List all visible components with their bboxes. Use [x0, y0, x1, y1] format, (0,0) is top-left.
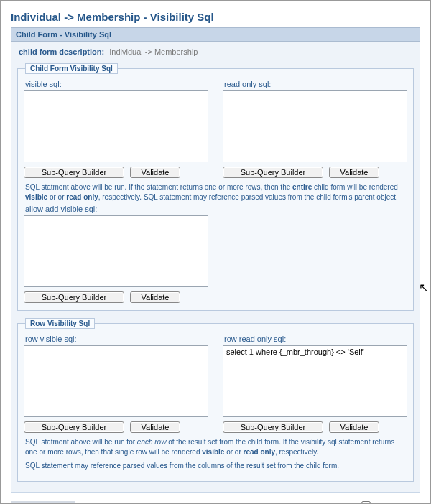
visible-sql-validate-button[interactable]: Validate — [130, 167, 180, 178]
record-info-tag: record information — [11, 501, 75, 505]
readonly-sql-validate-button[interactable]: Validate — [329, 167, 379, 178]
child-form-description-label: child form description: — [19, 47, 104, 56]
allow-add-sql-validate-button[interactable]: Validate — [130, 291, 180, 303]
visible-sql-label: visible sql: — [25, 80, 208, 88]
row-readonly-sql-textarea[interactable] — [223, 345, 407, 417]
row-readonly-sql-label: row read only sql: — [224, 335, 407, 343]
section-bar: Child Form - Visibility Sql — [11, 27, 420, 42]
row-visibility-legend: Row Visibility Sql — [25, 318, 95, 329]
readonly-sql-subquery-button[interactable]: Sub-Query Builder — [223, 167, 323, 178]
allow-add-sql-textarea[interactable] — [24, 215, 208, 287]
row-visible-sql-textarea[interactable] — [24, 345, 208, 417]
child-form-visibility-legend: Child Form Visibility Sql — [25, 63, 118, 74]
metadata-lock[interactable]: Metadata Lock — [361, 501, 420, 505]
row-help-text-extra: SQL statement may reference parsed value… — [25, 461, 406, 471]
main-panel: child form description: Individual -> Me… — [11, 42, 420, 493]
page-title: Individual -> Membership - Visibility Sq… — [11, 11, 420, 23]
save-mode-value: Update — [120, 502, 143, 505]
allow-add-sql-label: allow add visible sql: — [25, 205, 208, 213]
row-visibility-group: Row Visibility Sql row visible sql: Sub-… — [17, 318, 414, 482]
visible-sql-subquery-button[interactable]: Sub-Query Builder — [24, 167, 124, 178]
child-form-description-value: Individual -> Membership — [109, 47, 198, 56]
row-help-text: SQL statment above will be run for each … — [25, 437, 406, 457]
row-readonly-sql-subquery-button[interactable]: Sub-Query Builder — [223, 421, 323, 433]
childform-help-text: SQL statment above will be run. If the s… — [25, 182, 406, 202]
row-visible-sql-label: row visible sql: — [25, 335, 208, 343]
readonly-sql-textarea[interactable] — [223, 90, 407, 162]
metadata-lock-label: Metadata Lock — [373, 502, 420, 505]
save-mode-label: save mode: — [79, 502, 116, 505]
readonly-sql-label: read only sql: — [224, 80, 407, 88]
child-form-visibility-group: Child Form Visibility Sql visible sql: S… — [17, 63, 414, 311]
row-readonly-sql-validate-button[interactable]: Validate — [329, 421, 379, 433]
row-visible-sql-validate-button[interactable]: Validate — [130, 421, 180, 433]
metadata-lock-checkbox[interactable] — [361, 501, 371, 505]
row-visible-sql-subquery-button[interactable]: Sub-Query Builder — [24, 421, 124, 433]
visible-sql-textarea[interactable] — [24, 90, 208, 162]
allow-add-sql-subquery-button[interactable]: Sub-Query Builder — [24, 291, 124, 303]
